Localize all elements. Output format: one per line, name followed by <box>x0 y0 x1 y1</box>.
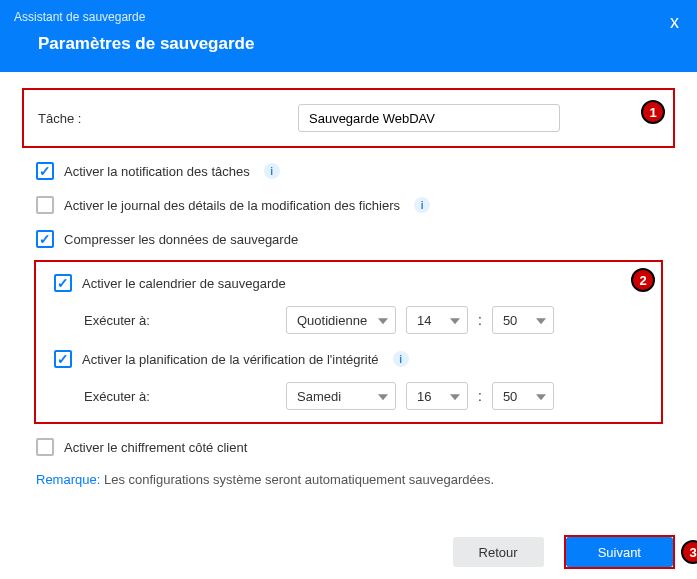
label-notify: Activer la notification des tâches <box>64 164 250 179</box>
checkbox-schedule[interactable] <box>54 274 72 292</box>
checkbox-encrypt[interactable] <box>36 438 54 456</box>
remark-key: Remarque: <box>36 472 100 487</box>
checkbox-notify[interactable] <box>36 162 54 180</box>
checkbox-compress[interactable] <box>36 230 54 248</box>
checkbox-detail-log[interactable] <box>36 196 54 214</box>
time-colon: : <box>478 388 482 404</box>
time-colon: : <box>478 312 482 328</box>
task-highlight-box: 1 Tâche : <box>22 88 675 148</box>
page-title: Paramètres de sauvegarde <box>14 28 683 72</box>
info-icon[interactable]: i <box>264 163 280 179</box>
next-highlight-box: Suivant 3 <box>564 535 675 569</box>
label-encrypt: Activer le chiffrement côté client <box>64 440 247 455</box>
close-icon[interactable]: x <box>670 12 679 33</box>
label-detail-log: Activer le journal des détails de la mod… <box>64 198 400 213</box>
info-icon[interactable]: i <box>393 351 409 367</box>
callout-badge-2: 2 <box>631 268 655 292</box>
select-minute-2[interactable]: 50 <box>492 382 554 410</box>
remark-text: Les configurations système seront automa… <box>100 472 494 487</box>
select-frequency-2[interactable]: Samedi <box>286 382 396 410</box>
select-hour-1[interactable]: 14 <box>406 306 468 334</box>
callout-badge-1: 1 <box>641 100 665 124</box>
back-button[interactable]: Retour <box>453 537 544 567</box>
select-minute-1[interactable]: 50 <box>492 306 554 334</box>
task-label: Tâche : <box>38 111 278 126</box>
task-name-input[interactable] <box>298 104 560 132</box>
next-button[interactable]: Suivant <box>566 537 673 567</box>
schedule-highlight-box: 2 Activer le calendrier de sauvegarde Ex… <box>34 260 663 424</box>
label-run-at-1: Exécuter à: <box>66 313 276 328</box>
label-integrity: Activer la planification de la vérificat… <box>82 352 379 367</box>
label-compress: Compresser les données de sauvegarde <box>64 232 298 247</box>
select-frequency-1[interactable]: Quotidienne <box>286 306 396 334</box>
assistant-title: Assistant de sauvegarde <box>14 0 683 28</box>
info-icon[interactable]: i <box>414 197 430 213</box>
label-run-at-2: Exécuter à: <box>66 389 276 404</box>
checkbox-integrity[interactable] <box>54 350 72 368</box>
select-hour-2[interactable]: 16 <box>406 382 468 410</box>
callout-badge-3: 3 <box>681 540 697 564</box>
label-schedule: Activer le calendrier de sauvegarde <box>82 276 286 291</box>
